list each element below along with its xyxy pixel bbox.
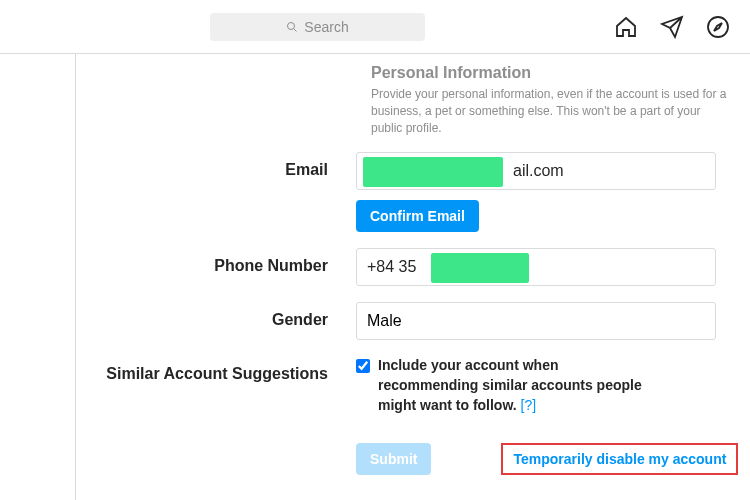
- gender-row: Gender Male: [76, 302, 750, 340]
- email-input[interactable]: ail.com: [356, 152, 716, 190]
- top-nav-icons: [614, 15, 730, 39]
- email-label: Email: [76, 152, 356, 181]
- suggestions-checkbox[interactable]: [356, 359, 370, 373]
- phone-prefix: +84 35: [367, 258, 416, 276]
- confirm-email-button[interactable]: Confirm Email: [356, 200, 479, 232]
- phone-label: Phone Number: [76, 248, 356, 277]
- search-input[interactable]: Search: [210, 13, 425, 41]
- explore-icon[interactable]: [706, 15, 730, 39]
- suggestions-checkbox-label: Include your account when recommending s…: [378, 356, 648, 415]
- svg-marker-3: [714, 23, 722, 31]
- help-link[interactable]: [?]: [521, 397, 537, 413]
- disable-account-link[interactable]: Temporarily disable my account: [501, 443, 738, 475]
- suggestions-row: Similar Account Suggestions Include your…: [76, 356, 750, 415]
- messages-icon[interactable]: [660, 15, 684, 39]
- gender-input[interactable]: Male: [356, 302, 716, 340]
- settings-sidebar: [0, 54, 76, 500]
- email-row: Email ail.com: [76, 152, 750, 190]
- redacted-phone: [431, 253, 529, 283]
- email-suffix: ail.com: [513, 162, 564, 180]
- suggestions-label: Similar Account Suggestions: [76, 356, 356, 385]
- section-description: Provide your personal information, even …: [371, 86, 731, 136]
- section-title: Personal Information: [371, 64, 750, 82]
- section-heading: Personal Information Provide your person…: [371, 64, 750, 136]
- gender-label: Gender: [76, 302, 356, 331]
- home-icon[interactable]: [614, 15, 638, 39]
- phone-row: Phone Number +84 35: [76, 248, 750, 286]
- search-placeholder: Search: [304, 19, 348, 35]
- submit-button[interactable]: Submit: [356, 443, 431, 475]
- search-icon: [286, 21, 298, 33]
- svg-line-1: [294, 28, 297, 31]
- redacted-email: [363, 157, 503, 187]
- svg-point-2: [708, 17, 728, 37]
- gender-value: Male: [367, 312, 402, 330]
- svg-point-0: [288, 22, 295, 29]
- top-bar: Search: [0, 0, 750, 54]
- bottom-row: Submit Temporarily disable my account: [356, 443, 750, 475]
- main-content: Personal Information Provide your person…: [0, 54, 750, 500]
- phone-input[interactable]: +84 35: [356, 248, 716, 286]
